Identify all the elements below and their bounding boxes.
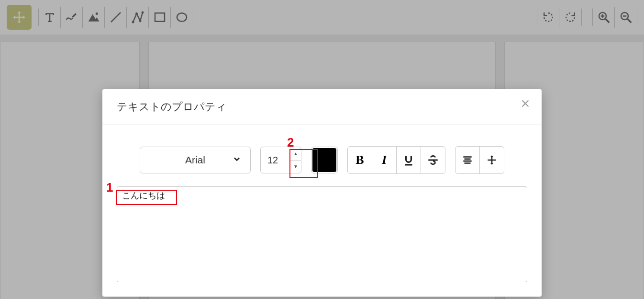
text-content-textarea[interactable]: こんにちは: [117, 186, 527, 282]
italic-button[interactable]: I: [372, 147, 397, 173]
text-color-picker[interactable]: [311, 147, 338, 173]
strikethrough-icon: [427, 154, 439, 166]
align-button[interactable]: [455, 147, 480, 173]
line-height-icon: [486, 154, 498, 166]
strike-button[interactable]: [421, 147, 445, 173]
stepper-arrows: ▲ ▼: [290, 147, 301, 173]
dialog-header: テキストのプロパティ: [102, 89, 542, 125]
underline-icon: [402, 154, 415, 166]
italic-icon: I: [382, 153, 387, 167]
step-up-button[interactable]: ▲: [290, 147, 301, 161]
underline-button[interactable]: [397, 147, 421, 173]
line-height-button[interactable]: [480, 147, 504, 173]
modal-overlay: テキストのプロパティ Arial 12 ▲ ▼ B I: [0, 0, 644, 299]
font-family-select[interactable]: Arial: [140, 147, 251, 173]
color-swatch-inner: [312, 148, 336, 172]
text-format-controls: Arial 12 ▲ ▼ B I: [117, 125, 527, 186]
close-icon: [520, 98, 531, 109]
step-down-button[interactable]: ▼: [290, 161, 301, 173]
chevron-down-icon: [232, 154, 242, 166]
font-family-value: Arial: [185, 154, 205, 166]
textarea-value: こんにちは: [122, 191, 165, 200]
align-icon: [461, 154, 474, 166]
text-style-group: B I: [347, 146, 445, 174]
font-size-stepper[interactable]: 12 ▲ ▼: [260, 147, 301, 173]
text-layout-group: [455, 146, 504, 174]
dialog-title: テキストのプロパティ: [117, 100, 227, 114]
text-properties-dialog: テキストのプロパティ Arial 12 ▲ ▼ B I: [102, 89, 542, 297]
font-size-value: 12: [267, 155, 278, 166]
annotation-label-1: 1: [106, 180, 113, 195]
bold-button[interactable]: B: [348, 147, 372, 173]
dialog-close-button[interactable]: [519, 97, 532, 110]
bold-icon: B: [355, 153, 364, 167]
